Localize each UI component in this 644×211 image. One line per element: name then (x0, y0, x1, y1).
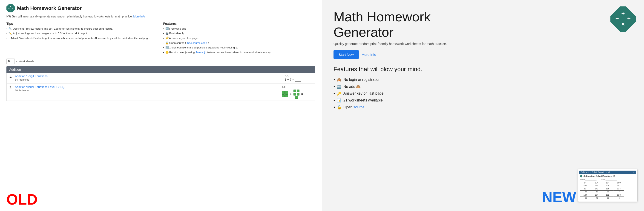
features-list: 🆓 Free w/no ads 🖨️ Print-friendly 🔑 Answ… (163, 27, 316, 54)
feature-text: No ads 🙈 (344, 84, 361, 89)
thumb-cell: 190−97 (614, 181, 624, 187)
cta-row: Start Now More Info (334, 50, 635, 59)
thumb-cell: 81−68 (580, 187, 591, 193)
block (282, 91, 285, 94)
list-item: 🔓 Open source (See source code) (163, 41, 316, 45)
table-section: Addition 1. Addition 1-digit Equations 6… (6, 66, 315, 190)
source-link[interactable]: source (354, 105, 364, 109)
thumb-content: + Subtraction 2-digit Equations #1 Name … (579, 174, 636, 200)
thumb-cell: 123−43 (614, 194, 624, 199)
thumb-logo-icon: + (580, 175, 582, 178)
list-item: 😊 Random emojis using Twemoji featured o… (163, 50, 316, 54)
right-panel: + − ÷ × Math HomeworkGenerator Quickly g… (322, 0, 644, 211)
list-item: •Adjust "Worksheets" value to get more w… (6, 36, 159, 40)
row-number: 2. (10, 85, 13, 89)
thumb-cell (625, 194, 636, 199)
block (285, 91, 288, 94)
eg-label: e.g. (282, 85, 286, 88)
block (297, 90, 300, 92)
row-content: Addition 1-digit Equations 64 Problems (15, 75, 283, 81)
block (295, 96, 298, 99)
tips-heading: Tips (6, 22, 159, 25)
list-item: 🔢 1-digit equations are all possible equ… (163, 46, 316, 50)
features-heading: Features (163, 22, 316, 25)
block (294, 93, 296, 96)
row-example-visual: e.g. + (282, 85, 312, 99)
row-number: 1. (10, 75, 13, 78)
thumb-cell: 104−28 (602, 181, 613, 187)
svg-text:×: × (10, 9, 11, 11)
row-problems: 10 Problems (15, 89, 280, 92)
block (285, 94, 288, 97)
thumb-title-bar: Subtraction 2-digit Equations #1 ✕ (579, 171, 636, 174)
answer-blank (295, 78, 301, 81)
thumb-cell (625, 187, 636, 193)
list-item: 🖨️ Print-friendly (163, 31, 316, 35)
source-code-link[interactable]: See source code (187, 41, 207, 45)
block-group-right (294, 90, 300, 99)
two-col: Tips 🔍Use Print Preview feature and set … (6, 22, 315, 54)
svg-text:÷: ÷ (628, 15, 631, 22)
tagline-more-info-link[interactable]: More Info (134, 15, 145, 18)
thumb-grid: 64−27 104−59 104−28 190−97 81−68 149−69 … (580, 181, 636, 199)
thumb-cell: 119−21 (602, 187, 613, 193)
thumb-cell (625, 181, 636, 187)
eg-label: e.g. (285, 75, 289, 77)
block (297, 93, 300, 96)
worksheets-label: Worksheets (19, 59, 34, 63)
thumb-cell: 104−59 (591, 181, 602, 187)
thumb-cell: 104−79 (591, 194, 602, 199)
block-group-left (282, 91, 288, 97)
table-row: 2. Addition Visual Equations Level 1 (1-… (7, 84, 315, 101)
thumb-date-label: Date ___________ (601, 178, 617, 181)
list-item: 🔍Use Print Preview feature and set "Zoom… (6, 27, 159, 31)
thumb-close-icon: ✕ (633, 171, 634, 173)
thumb-worksheet-title: Subtraction 2-digit Equations #1 (584, 175, 615, 177)
worksheets-controls: ▾ Worksheets (6, 58, 315, 64)
feature-text: No login or registration (344, 78, 380, 82)
plus-symbol: + (290, 92, 292, 96)
feature-text: Answer key on last page (344, 91, 384, 96)
row-example: e.g. 3 + 7 = (285, 75, 312, 81)
row-content: Addition Visual Equations Level 1 (1-6) … (15, 85, 280, 92)
emoji-icon: 🙈 (337, 78, 342, 82)
hw-gen-bold: HW Gen (6, 15, 17, 18)
features-bold: that will blow your mind. (359, 66, 422, 73)
twemoji-link[interactable]: Twemoji (196, 50, 206, 54)
list-item: ✏️Adjust settings such as margin size to… (6, 31, 159, 35)
example-math: 3 + 7 = (285, 78, 301, 81)
left-panel: + − ÷ × Math Homework Generator HW Gen w… (0, 0, 322, 211)
worksheets-input[interactable] (6, 58, 15, 64)
block (282, 94, 285, 97)
answer-blank-visual (305, 94, 312, 97)
list-item: 🆓 Free w/no ads (163, 27, 316, 31)
emoji-icon: 🆓 (337, 84, 342, 89)
list-item: 🔓Open source (334, 105, 635, 110)
svg-text:−: − (8, 7, 10, 10)
features-subheading: Features that will blow your mind. (334, 66, 635, 73)
emoji-icon: 🔑 (337, 91, 342, 96)
thumb-cell: 107−53 (580, 194, 591, 199)
tips-list: 🔍Use Print Preview feature and set "Zoom… (6, 27, 159, 40)
list-item: 🔑Answer key on last page (334, 91, 635, 96)
start-now-button[interactable]: Start Now (334, 50, 359, 59)
row-problems: 64 Problems (15, 78, 283, 81)
row-link[interactable]: Addition 1-digit Equations (15, 75, 283, 78)
app-title-row: + − ÷ × Math Homework Generator (6, 4, 315, 12)
svg-text:+: + (622, 10, 625, 16)
screenshot-thumbnail: Subtraction 2-digit Equations #1 ✕ + Sub… (578, 169, 638, 202)
equals-symbol: = (301, 92, 303, 96)
list-item: 🔑 Answer key on last page. (163, 36, 316, 40)
list-item: 🙈No login or registration (334, 77, 635, 82)
thumb-cell: 124−47 (614, 187, 624, 193)
svg-text:−: − (616, 15, 619, 22)
svg-text:×: × (622, 21, 625, 27)
more-info-link[interactable]: More Info (362, 53, 376, 56)
tips-section: Tips 🔍Use Print Preview feature and set … (6, 22, 159, 54)
right-subtitle: Quickly generate random print-friendly h… (334, 42, 635, 46)
right-main-title: Math HomeworkGenerator (334, 9, 635, 40)
chevron-down-icon: ▾ (16, 60, 17, 62)
thumb-name-label: Name ___________ (580, 178, 596, 181)
thumb-title: Subtraction 2-digit Equations #1 (581, 171, 610, 173)
row-link[interactable]: Addition Visual Equations Level 1 (1-6) (15, 85, 280, 89)
